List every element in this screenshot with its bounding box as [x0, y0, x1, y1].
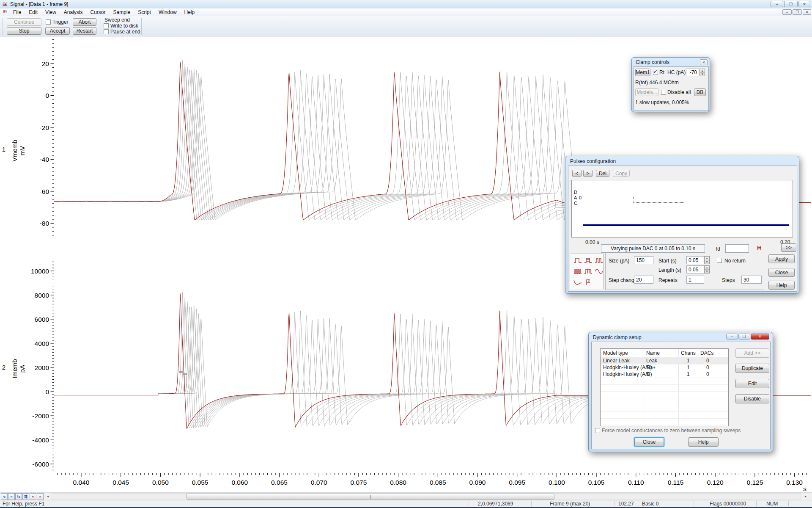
axis-tick-label: -60: [40, 188, 49, 195]
restore-icon: ❐: [743, 334, 746, 339]
status-divider: [756, 501, 757, 506]
spin-down-icon[interactable]: ▼: [705, 260, 709, 264]
dynamic-close-button[interactable]: ✕: [751, 334, 769, 340]
start-input[interactable]: 0.05: [686, 256, 704, 264]
length-input[interactable]: 0.05: [686, 265, 704, 273]
no-return-checkbox[interactable]: [717, 258, 722, 263]
dynamic-restore-button[interactable]: ❐: [738, 334, 750, 340]
pulses-help-button[interactable]: Help: [768, 281, 795, 290]
pulse-id-input[interactable]: [725, 244, 749, 253]
start-spinner[interactable]: ▲▼: [704, 256, 710, 264]
duplicate-model-button[interactable]: Duplicate: [735, 364, 769, 373]
table-cell[interactable]: K+: [646, 371, 653, 377]
axis-tick-label: -40: [40, 156, 49, 163]
add-model-button[interactable]: Add >>: [735, 348, 769, 358]
table-cell[interactable]: 1: [687, 371, 690, 377]
spin-up-icon[interactable]: ▲: [705, 257, 709, 260]
pulses-close-button[interactable]: Close: [768, 268, 795, 277]
clamp-close-button[interactable]: ✕: [700, 59, 708, 65]
disable-all-checkbox[interactable]: [661, 90, 666, 95]
marker-icon[interactable]: [584, 279, 593, 286]
force-zero-label: Force model conductances to zero between…: [602, 428, 741, 433]
table-cell[interactable]: 0: [706, 358, 709, 364]
rtot-readout: R(tot) 446.4 MOhm: [635, 80, 679, 86]
selected-pulse-outline[interactable]: [633, 197, 685, 203]
channel-label: 2: [2, 364, 5, 371]
dynamic-minimize-button[interactable]: –: [726, 334, 738, 340]
clamp-controls-dialog[interactable]: Clamp controls ✕ Mem1 Rt HC (pA) -70 ▲▼ …: [631, 57, 710, 112]
pulse-train-icon[interactable]: [573, 268, 582, 275]
pulse-next-button[interactable]: >: [583, 170, 593, 177]
double-pulse-icon[interactable]: [595, 257, 603, 264]
frame-options-button[interactable]: ⇶: [22, 493, 29, 500]
sine-wave-icon[interactable]: [595, 268, 603, 275]
x-scrollbar-thumb[interactable]: ∥: [187, 494, 554, 500]
step-change-label: Step change: [609, 277, 637, 283]
column-header-model-type: Model type: [603, 350, 628, 356]
dac-waveform-view[interactable]: D A C 0: [571, 180, 793, 237]
axis-tick-label: 4000: [35, 340, 49, 347]
axis-tick-label: 0.110: [628, 479, 644, 486]
steps-input[interactable]: 30: [741, 276, 762, 284]
length-spinner[interactable]: ▲▼: [704, 265, 710, 273]
table-cell[interactable]: 0: [706, 364, 709, 370]
pulse-copy-button[interactable]: Copy: [613, 170, 630, 177]
axis-tick-label: -4000: [32, 436, 49, 444]
table-cell[interactable]: Hodgkin-Huxley (A/B): [603, 364, 652, 370]
table-cell[interactable]: 0: [706, 371, 709, 377]
exchange-frames-button[interactable]: ⇆: [15, 493, 22, 500]
axis-tick-label: -6000: [32, 461, 49, 468]
scroll-left-button[interactable]: ◂: [45, 493, 51, 500]
axis-tick-label: 20: [42, 60, 49, 67]
axis-tick-label: 0.045: [112, 479, 129, 486]
varying-amplitude-pulse-icon[interactable]: [584, 257, 593, 264]
model-table[interactable]: Model typeNameChansDACsLinear LeakLeak10…: [600, 348, 729, 426]
table-cell[interactable]: 1: [687, 358, 690, 364]
table-cell[interactable]: Linear Leak: [603, 358, 630, 364]
spin-up-icon[interactable]: ▲: [705, 266, 709, 270]
expand-button[interactable]: >>: [781, 243, 796, 252]
spin-up-icon[interactable]: ▲: [700, 69, 705, 73]
holding-current-field[interactable]: -70: [686, 69, 699, 76]
step-change-input[interactable]: 20: [634, 276, 653, 284]
size-input[interactable]: 150: [634, 256, 653, 264]
status-sampling-state: Basic 0: [642, 501, 658, 507]
axis-tick-label: -80: [40, 220, 49, 227]
channel-label: Imemb: [11, 359, 18, 378]
overdraw-frames-button[interactable]: ≈: [8, 493, 15, 500]
previous-frame-button[interactable]: «: [30, 493, 36, 500]
spin-down-icon[interactable]: ▼: [700, 73, 705, 76]
force-zero-checkbox[interactable]: [595, 428, 600, 433]
trace-pointer-button[interactable]: ∿: [1, 493, 8, 500]
rt-checkbox[interactable]: [653, 70, 658, 75]
edit-model-button[interactable]: Edit: [735, 379, 769, 388]
varying-amplitude-pulse-icon: [756, 245, 763, 251]
dynamic-clamp-dialog[interactable]: Dynamic clamp setup – ❐ ✕ Model typeName…: [588, 332, 773, 452]
scroll-right-button[interactable]: ▸: [803, 493, 809, 500]
dynamic-close-dialog-button[interactable]: Close: [634, 437, 664, 447]
spin-down-icon[interactable]: ▼: [705, 270, 709, 273]
axis-tick-label: 0.040: [73, 479, 90, 486]
decay-pulse-icon[interactable]: [573, 279, 582, 286]
holding-current-spinner[interactable]: ▲▼: [700, 69, 705, 76]
x-scrollbar-track[interactable]: ∥: [52, 493, 801, 500]
db-button[interactable]: DB: [694, 88, 706, 96]
models-button[interactable]: Models...: [635, 88, 658, 96]
disable-all-label: Disable all: [667, 89, 691, 95]
pulse-prev-button[interactable]: <: [572, 170, 582, 177]
table-cell[interactable]: Hodgkin-Huxley (A/B): [603, 371, 652, 377]
next-frame-button[interactable]: »: [37, 493, 44, 500]
pulses-configuration-dialog[interactable]: Pulses configuration < > Del Copy D A C …: [565, 156, 799, 294]
table-cell[interactable]: 1: [687, 364, 690, 370]
mem1-button[interactable]: Mem1: [635, 69, 650, 76]
disable-model-button[interactable]: Disable: [735, 394, 769, 403]
apply-button[interactable]: Apply: [768, 254, 795, 263]
dynamic-help-button[interactable]: Help: [688, 437, 719, 447]
table-cell[interactable]: Na+: [646, 364, 656, 370]
varying-duration-pulse-icon[interactable]: [584, 268, 593, 275]
table-cell[interactable]: Leak: [646, 358, 657, 364]
square-pulse-icon[interactable]: [573, 257, 582, 264]
repeats-input[interactable]: 1: [686, 276, 704, 284]
pulse-delete-button[interactable]: Del: [596, 170, 609, 177]
status-cursor-position: 2,0.06971,3069: [478, 501, 513, 507]
